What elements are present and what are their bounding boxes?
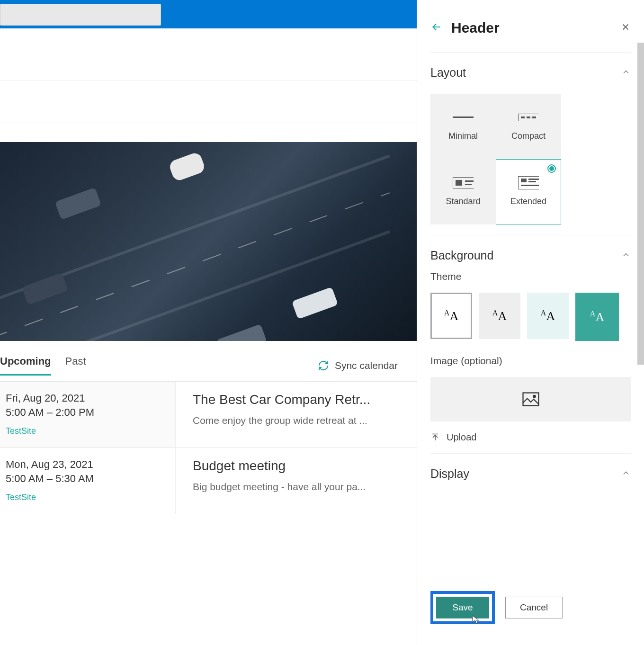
svg-rect-9 <box>518 176 539 189</box>
section-display: Display <box>430 453 631 491</box>
event-site: TestSite <box>6 426 175 436</box>
layout-label: Extended <box>510 197 546 206</box>
theme-option-neutral[interactable]: AA <box>479 293 520 339</box>
chevron-up-icon <box>621 468 631 480</box>
sync-icon <box>318 360 329 371</box>
title-area <box>0 81 417 123</box>
upload-label: Upload <box>447 432 476 443</box>
svg-point-15 <box>533 395 536 398</box>
header-hero-image <box>0 142 417 341</box>
scrollbar[interactable] <box>637 43 644 365</box>
save-label: Save <box>452 602 473 613</box>
svg-rect-3 <box>527 116 530 118</box>
event-tabs: Upcoming Past <box>0 355 86 376</box>
tab-past[interactable]: Past <box>65 355 86 376</box>
theme-aa-icon: AA <box>492 309 507 323</box>
event-row[interactable]: Mon, Aug 23, 2021 5:00 AM – 5:30 AM Test… <box>0 448 417 514</box>
theme-aa-icon: AA <box>444 309 458 323</box>
svg-rect-11 <box>528 179 539 180</box>
theme-option-soft[interactable]: AA <box>527 293 569 339</box>
back-button[interactable] <box>430 21 443 35</box>
arrow-left-icon <box>430 21 443 33</box>
section-header-background[interactable]: Background <box>430 249 631 262</box>
section-header-layout[interactable]: Layout <box>430 66 631 80</box>
layout-option-extended[interactable]: Extended <box>496 159 561 224</box>
svg-rect-14 <box>523 393 538 406</box>
layout-option-minimal[interactable]: Minimal <box>430 94 496 159</box>
event-row[interactable]: Fri, Aug 20, 2021 5:00 AM – 2:00 PM Test… <box>0 381 417 448</box>
theme-option-strong[interactable]: AA <box>575 293 619 341</box>
section-header-display[interactable]: Display <box>430 467 631 481</box>
event-date: Fri, Aug 20, 2021 <box>6 392 175 404</box>
close-button[interactable] <box>620 21 631 36</box>
layout-option-standard[interactable]: Standard <box>430 159 496 224</box>
svg-rect-10 <box>521 179 527 182</box>
event-time: 5:00 AM – 5:30 AM <box>6 473 175 485</box>
ribbon-area <box>0 28 417 81</box>
theme-aa-icon: AA <box>541 309 555 323</box>
event-title: The Best Car Company Retr... <box>193 392 407 407</box>
theme-label: Theme <box>430 271 631 282</box>
section-title-display: Display <box>430 467 469 481</box>
svg-rect-7 <box>465 180 474 182</box>
event-desc: Big budget meeting - have all your pa... <box>193 481 407 493</box>
image-picker[interactable] <box>430 377 631 421</box>
sync-calendar-button[interactable]: Sync calendar <box>318 360 398 371</box>
layout-label: Minimal <box>448 131 478 141</box>
image-icon <box>522 392 539 406</box>
event-title: Budget meeting <box>193 458 407 474</box>
save-button[interactable]: Save <box>436 597 489 618</box>
upload-button[interactable]: Upload <box>430 432 631 443</box>
event-date: Mon, Aug 23, 2021 <box>6 458 175 471</box>
layout-extended-icon <box>518 178 539 188</box>
svg-rect-0 <box>453 116 474 118</box>
layout-option-compact[interactable]: Compact <box>496 94 561 159</box>
app-title-bar <box>0 0 417 28</box>
theme-aa-icon: AA <box>590 310 604 324</box>
layout-compact-icon <box>518 112 539 123</box>
close-icon <box>620 22 631 32</box>
layout-label: Compact <box>511 131 546 141</box>
image-label: Image (optional) <box>430 355 631 367</box>
event-site: TestSite <box>6 493 175 502</box>
sync-label: Sync calendar <box>335 360 398 371</box>
layout-minimal-icon <box>453 112 474 123</box>
save-button-highlight: Save <box>430 591 495 624</box>
layout-standard-icon <box>453 178 474 188</box>
svg-rect-2 <box>521 116 525 118</box>
svg-rect-4 <box>532 116 536 118</box>
cancel-button[interactable]: Cancel <box>505 597 563 618</box>
section-layout: Layout Minimal Compact Standard <box>430 52 631 235</box>
theme-option-light[interactable]: AA <box>430 293 472 339</box>
selected-indicator-icon <box>547 164 556 173</box>
section-background: Background Theme AA AA AA AA Image (opti… <box>430 235 631 453</box>
event-desc: Come enjoy the group wide retreat at ... <box>193 415 407 426</box>
svg-rect-6 <box>456 180 462 186</box>
svg-rect-12 <box>528 181 536 182</box>
svg-rect-8 <box>465 184 472 185</box>
chevron-up-icon <box>621 67 631 79</box>
panel-title: Header <box>451 20 620 36</box>
event-time: 5:00 AM – 2:00 PM <box>6 406 175 419</box>
section-title-layout: Layout <box>430 66 466 80</box>
svg-rect-13 <box>521 185 539 186</box>
header-settings-panel: Header Layout Minimal Compact <box>417 0 644 645</box>
chevron-up-icon <box>621 250 631 261</box>
layout-label: Standard <box>446 197 480 206</box>
cursor-icon <box>471 615 480 625</box>
section-title-background: Background <box>430 249 493 262</box>
tab-upcoming[interactable]: Upcoming <box>0 355 51 376</box>
search-input[interactable] <box>0 4 161 26</box>
upload-icon <box>430 432 440 443</box>
